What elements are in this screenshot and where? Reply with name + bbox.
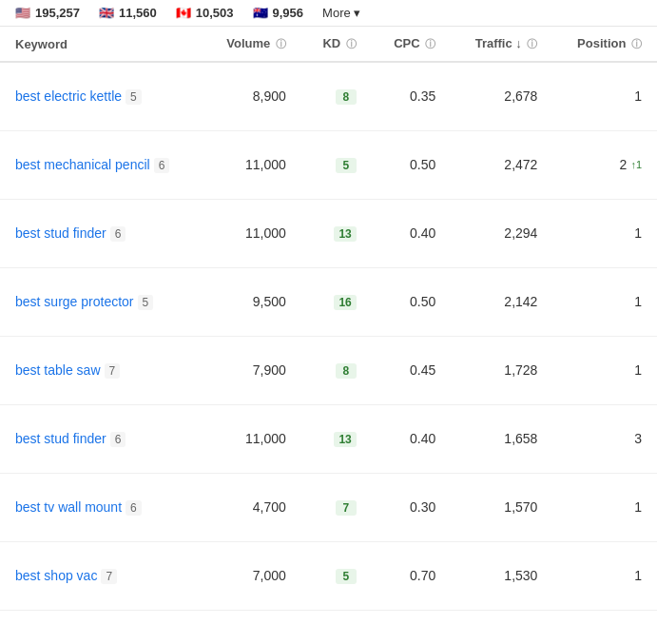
table-row: best shop vac77,00050.701,5301 [0, 541, 657, 610]
kd-cell: 5 [301, 130, 372, 199]
keyword-text: best stud finder [15, 225, 106, 241]
stat-gb: 🇬🇧 11,560 [99, 6, 157, 20]
position-value: 1 [634, 362, 642, 378]
flag-ca: 🇨🇦 [176, 6, 191, 20]
volume-cell: 11,000 [203, 199, 301, 267]
kd-cell: 8 [301, 336, 372, 404]
keyword-text: best mechanical pencil [15, 157, 150, 172]
traffic-info-icon: ⓘ [527, 38, 537, 49]
table-row: best stud finder611,000130.401,6583 [0, 404, 657, 473]
kd-cell: 8 [301, 62, 372, 130]
keyword-cell[interactable]: best stud finder6 [0, 199, 203, 267]
kd-cell: 5 [301, 541, 372, 610]
kd-badge: 5 [336, 569, 357, 584]
keyword-cell[interactable]: best tv wall mount6 [0, 473, 203, 541]
keyword-num-badge: 5 [126, 89, 142, 105]
kd-badge: 13 [334, 432, 356, 447]
traffic-cell: 2,472 [451, 130, 552, 199]
position-value: 1 [634, 88, 642, 104]
stat-us: 🇺🇸 195,257 [15, 6, 80, 20]
traffic-cell: 1,570 [451, 473, 552, 541]
kd-badge: 5 [336, 158, 357, 173]
volume-cell: 11,000 [203, 404, 301, 473]
cpc-cell: 0.70 [372, 541, 451, 610]
more-button[interactable]: More ▾ [322, 6, 360, 20]
keyword-cell[interactable]: best surge protector5 [0, 267, 203, 336]
keyword-cell[interactable]: best shop vac7 [0, 541, 203, 610]
traffic-cell: 1,530 [451, 541, 552, 610]
keyword-num-badge: 6 [154, 158, 170, 173]
keyword-text: best table saw [15, 362, 101, 378]
position-value: 1 [634, 294, 642, 309]
keyword-text: best surge protector [15, 294, 134, 309]
keyword-text: best tv wall mount [15, 499, 122, 515]
keyword-cell[interactable]: best table saw7 [0, 336, 203, 404]
kd-badge: 8 [336, 89, 357, 105]
traffic-cell: 2,294 [451, 199, 552, 267]
traffic-cell: 1,728 [451, 336, 552, 404]
position-info-icon: ⓘ [631, 38, 642, 49]
table-row: best electric kettle58,90080.352,6781 [0, 62, 657, 130]
kd-badge: 16 [334, 295, 356, 310]
position-cell: 1 [552, 473, 657, 541]
col-position[interactable]: Position ⓘ [552, 27, 657, 62]
cpc-cell: 0.50 [372, 267, 451, 336]
keyword-text: best electric kettle [15, 88, 122, 104]
flag-au: 🇦🇺 [253, 6, 268, 20]
keyword-cell[interactable]: best stud finder6 [0, 404, 203, 473]
kd-badge: 13 [334, 226, 356, 242]
keyword-text: best stud finder [15, 431, 106, 446]
col-volume[interactable]: Volume ⓘ [203, 27, 301, 62]
count-us: 195,257 [35, 6, 80, 20]
position-cell: 2↑1 [552, 130, 657, 199]
keyword-num-badge: 6 [126, 500, 142, 516]
stat-au: 🇦🇺 9,956 [253, 6, 304, 20]
count-gb: 11,560 [119, 6, 157, 20]
count-au: 9,956 [273, 6, 304, 20]
top-bar: 🇺🇸 195,257 🇬🇧 11,560 🇨🇦 10,503 🇦🇺 9,956 … [0, 0, 657, 27]
position-cell: 1 [552, 267, 657, 336]
kd-cell: 7 [301, 473, 372, 541]
keyword-cell[interactable]: best mechanical pencil6 [0, 130, 203, 199]
volume-cell: 9,500 [203, 267, 301, 336]
position-value: 1 [634, 568, 642, 583]
keywords-table: Keyword Volume ⓘ KD ⓘ CPC ⓘ Traffic ↓ ⓘ … [0, 27, 657, 611]
cpc-cell: 0.45 [372, 336, 451, 404]
kd-cell: 16 [301, 267, 372, 336]
col-traffic[interactable]: Traffic ↓ ⓘ [451, 27, 552, 62]
table-row: best surge protector59,500160.502,1421 [0, 267, 657, 336]
kd-cell: 13 [301, 199, 372, 267]
position-value: 1 [634, 499, 642, 515]
cpc-cell: 0.40 [372, 404, 451, 473]
volume-cell: 7,900 [203, 336, 301, 404]
volume-cell: 8,900 [203, 62, 301, 130]
cpc-info-icon: ⓘ [425, 38, 435, 49]
col-cpc[interactable]: CPC ⓘ [372, 27, 451, 62]
table-header-row: Keyword Volume ⓘ KD ⓘ CPC ⓘ Traffic ↓ ⓘ … [0, 27, 657, 62]
flag-gb: 🇬🇧 [99, 6, 114, 20]
flag-us: 🇺🇸 [15, 6, 30, 20]
position-value: 3 [634, 431, 642, 446]
col-kd[interactable]: KD ⓘ [301, 27, 372, 62]
chevron-down-icon: ▾ [354, 6, 360, 20]
more-label: More [322, 6, 351, 20]
position-change: ↑1 [630, 159, 642, 170]
col-keyword: Keyword [0, 27, 203, 62]
cpc-cell: 0.35 [372, 62, 451, 130]
traffic-cell: 2,678 [451, 62, 552, 130]
count-ca: 10,503 [196, 6, 234, 20]
table-row: best tv wall mount64,70070.301,5701 [0, 473, 657, 541]
position-value: 2 [620, 157, 628, 172]
keyword-num-badge: 7 [101, 569, 117, 584]
table-row: best mechanical pencil611,00050.502,4722… [0, 130, 657, 199]
kd-cell: 13 [301, 404, 372, 473]
keyword-num-badge: 6 [110, 432, 126, 447]
table-row: best stud finder611,000130.402,2941 [0, 199, 657, 267]
kd-badge: 8 [336, 363, 357, 379]
keyword-cell[interactable]: best electric kettle5 [0, 62, 203, 130]
volume-cell: 11,000 [203, 130, 301, 199]
keyword-text: best shop vac [15, 568, 97, 583]
position-value: 1 [634, 225, 642, 241]
traffic-cell: 1,658 [451, 404, 552, 473]
kd-info-icon: ⓘ [346, 38, 357, 49]
